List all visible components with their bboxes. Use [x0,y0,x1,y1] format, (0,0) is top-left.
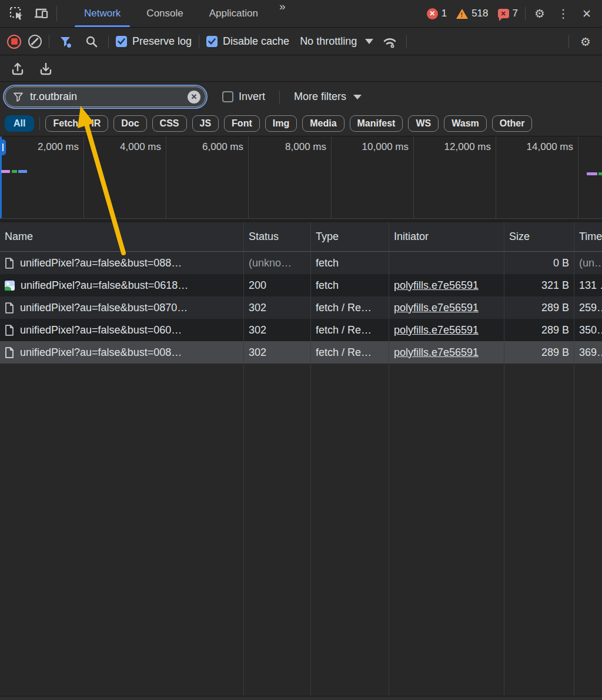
overview-tick-label: 4,000 ms [120,141,161,153]
disable-cache-checkbox[interactable]: Disable cache [206,35,289,48]
chip-font[interactable]: Font [224,115,260,132]
warnings-badge[interactable]: ! 518 [454,8,490,19]
request-name: unifiedPixel?au=false&bust=008… [20,346,182,359]
network-settings-gear-icon[interactable]: ⚙ [576,32,595,51]
overview-gridline [413,136,414,218]
chip-media[interactable]: Media [302,115,344,132]
chip-ws[interactable]: WS [408,115,439,132]
initiator-link[interactable]: polyfills.e7e56591 [394,302,479,314]
request-row[interactable]: unifiedPixel?au=false&bust=0870… 302 fet… [0,296,602,319]
settings-gear-icon[interactable]: ⚙ [530,4,549,23]
request-status: (unkno… [244,252,311,274]
chip-manifest[interactable]: Manifest [350,115,403,132]
requests-table-body: unifiedPixel?au=false&bust=088… (unkno… … [0,252,602,364]
clear-network-log-button[interactable] [28,35,42,48]
toolbar-separator-1 [49,35,49,48]
preserve-log-checkbox[interactable]: Preserve log [116,35,192,48]
tab-console[interactable]: Console [133,0,196,27]
chip-doc[interactable]: Doc [113,115,146,132]
invert-checkbox[interactable]: Invert [222,91,265,103]
network-filter-input[interactable] [24,91,188,103]
import-har-icon[interactable] [36,59,55,78]
error-icon: ✕ [427,8,438,19]
request-type: fetch [311,252,389,274]
request-size: 289 B [504,319,574,341]
overview-gridline [166,136,166,218]
request-status: 302 [244,341,311,364]
throttling-select[interactable]: No throttling [300,35,373,48]
request-row[interactable]: unifiedPixel?au=false&bust=0618… 200 fet… [0,274,602,296]
filler-col [389,364,504,696]
request-row[interactable]: unifiedPixel?au=false&bust=060… 302 fetc… [0,319,602,341]
column-header-name[interactable]: Name [0,222,244,251]
request-size: 0 B [504,252,574,274]
request-row[interactable]: unifiedPixel?au=false&bust=088… (unkno… … [0,252,602,274]
overview-gridline [331,136,332,218]
issues-icon: ✕ [498,9,509,18]
filter-toggle-icon[interactable] [56,32,75,51]
request-type: fetch / Re… [311,296,389,319]
request-size: 289 B [504,296,574,319]
overview-request-bar [12,170,17,173]
tab-network[interactable]: Network [71,0,133,27]
column-header-initiator[interactable]: Initiator [389,222,504,251]
kebab-menu-icon[interactable]: ⋮ [554,4,573,23]
overview-tick-label: 12,000 ms [444,141,491,153]
initiator-link[interactable]: polyfills.e7e56591 [394,346,479,359]
overview-request-bar [598,172,602,175]
overview-tick-label: 10,000 ms [362,141,409,153]
document-icon [5,258,14,269]
column-header-type[interactable]: Type [311,222,389,251]
chip-img[interactable]: Img [265,115,297,132]
initiator-link[interactable]: polyfills.e7e56591 [394,324,479,336]
column-header-time[interactable]: Time [574,222,602,251]
search-icon[interactable] [82,32,101,51]
request-time: 131 … [574,274,602,296]
column-header-size[interactable]: Size [504,222,574,251]
invert-label: Invert [239,91,265,103]
chevron-down-icon [353,95,362,99]
tab-application[interactable]: Application [196,0,271,27]
overview-gridline [83,136,84,218]
device-toolbar-icon[interactable] [32,4,51,23]
network-conditions-icon[interactable] [380,32,399,51]
errors-badge[interactable]: ✕ 1 [424,8,449,19]
overview-gridline [578,136,578,218]
toolbar-separator-4 [406,35,407,48]
invert-checkbox-box [222,91,233,102]
request-name: unifiedPixel?au=false&bust=088… [20,257,182,269]
initiator-link[interactable]: polyfills.e7e56591 [394,279,479,292]
network-overview-timeline[interactable]: 2,000 ms 4,000 ms 6,000 ms 8,000 ms 10,0… [0,136,602,219]
overview-drag-handle[interactable] [0,139,6,155]
request-type-chips: All Fetch/XHR Doc CSS JS Font Img Media … [0,111,602,136]
chip-other[interactable]: Other [492,115,533,132]
request-status: 200 [244,274,311,296]
export-har-icon[interactable] [8,59,27,78]
chips-separator [39,117,40,130]
issues-badge[interactable]: ✕ 7 [496,8,520,19]
devtools-tabbar: Network Console Application » ✕ 1 ! 518 … [0,0,602,28]
chip-js[interactable]: JS [192,115,219,132]
more-tabs-icon[interactable]: » [271,0,293,27]
overview-request-bar [1,170,10,173]
table-empty-area [0,364,602,696]
chip-wasm[interactable]: Wasm [444,115,487,132]
preserve-log-label: Preserve log [132,35,192,48]
chip-css[interactable]: CSS [152,115,187,132]
inspect-element-icon[interactable] [7,4,26,23]
record-network-log-button[interactable] [7,35,21,49]
column-header-status[interactable]: Status [244,222,311,251]
toolbar-separator-2 [108,35,109,48]
network-filter-field[interactable]: ✕ [5,86,206,107]
request-row-highlighted[interactable]: unifiedPixel?au=false&bust=008… 302 fetc… [0,341,602,364]
close-devtools-icon[interactable]: ✕ [577,4,596,23]
chip-all[interactable]: All [5,115,34,132]
request-size: 289 B [504,341,574,364]
devtools-window: Network Console Application » ✕ 1 ! 518 … [0,0,602,700]
chip-fetch-xhr[interactable]: Fetch/XHR [45,115,108,132]
more-filters-dropdown[interactable]: More filters [294,91,362,103]
request-time: 350… [574,319,602,341]
request-type: fetch [311,274,389,296]
request-name: unifiedPixel?au=false&bust=0618… [21,279,188,292]
clear-filter-icon[interactable]: ✕ [188,91,200,104]
